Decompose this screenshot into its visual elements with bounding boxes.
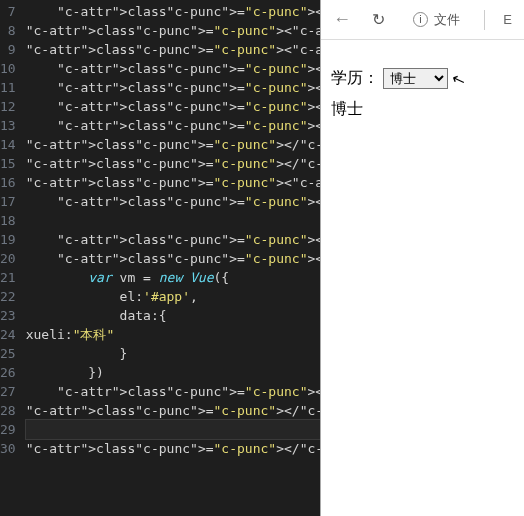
education-row: 学历： 本科硕士博士博士后 ↖ — [331, 68, 514, 89]
code-line[interactable]: "c-attr">class"c-punc">="c-punc"><"c-att… — [26, 249, 320, 268]
code-line[interactable]: "c-attr">class"c-punc">="c-punc"><"c-att… — [26, 59, 320, 78]
line-number: 12 — [0, 97, 16, 116]
line-number: 13 — [0, 116, 16, 135]
code-line[interactable]: "c-attr">class"c-punc">="c-punc"></"c-at… — [26, 439, 320, 458]
code-line[interactable]: "c-attr">class"c-punc">="c-punc"></"c-at… — [26, 382, 320, 401]
education-label: 学历： — [331, 69, 379, 86]
code-line[interactable]: "c-attr">class"c-punc">="c-punc"><"c-att… — [26, 78, 320, 97]
line-number: 18 — [0, 211, 16, 230]
code-line[interactable]: "c-attr">class"c-punc">="c-punc"><"c-att… — [26, 116, 320, 135]
code-line[interactable]: "c-attr">class"c-punc">="c-punc"></"c-at… — [26, 192, 320, 211]
rendered-page: 学历： 本科硕士博士博士后 ↖ 博士 — [321, 40, 524, 148]
code-line[interactable]: el:'#app', — [26, 287, 320, 306]
code-line[interactable] — [26, 211, 320, 230]
info-icon: i — [413, 12, 428, 27]
code-line[interactable] — [26, 420, 320, 439]
line-number: 28 — [0, 401, 16, 420]
code-line[interactable]: "c-attr">class"c-punc">="c-punc"><"c-att… — [26, 2, 320, 21]
back-icon[interactable]: ← — [333, 11, 351, 29]
line-number: 14 — [0, 135, 16, 154]
address-label: 文件 — [434, 11, 460, 29]
toolbar-separator — [484, 10, 485, 30]
code-line[interactable]: "c-attr">class"c-punc">="c-punc"></"c-at… — [26, 135, 320, 154]
browser-preview: ← ↻ i 文件 E 学历： 本科硕士博士博士后 ↖ 博士 — [320, 0, 524, 516]
code-editor: 7 8 9 10 11 12 13 14 15 16 17 18 19 20 2… — [0, 0, 320, 516]
code-line[interactable]: "c-attr">class"c-punc">="c-punc"><"c-att… — [26, 40, 320, 59]
education-select[interactable]: 本科硕士博士博士后 — [383, 68, 448, 89]
code-line[interactable]: } — [26, 344, 320, 363]
line-number: 24 — [0, 325, 16, 344]
line-number: 30 — [0, 439, 16, 458]
code-line[interactable]: xueli:"本科" — [26, 325, 320, 344]
line-number: 16 — [0, 173, 16, 192]
line-gutter: 7 8 9 10 11 12 13 14 15 16 17 18 19 20 2… — [0, 0, 26, 516]
output-text: 博士 — [331, 99, 514, 120]
line-number: 15 — [0, 154, 16, 173]
reload-icon[interactable]: ↻ — [369, 11, 387, 29]
code-line[interactable]: "c-attr">class"c-punc">="c-punc"><"c-att… — [26, 21, 320, 40]
line-number: 9 — [0, 40, 16, 59]
line-number: 8 — [0, 21, 16, 40]
line-number: 23 — [0, 306, 16, 325]
mouse-cursor-icon: ↖ — [450, 68, 469, 90]
code-area[interactable]: 7 8 9 10 11 12 13 14 15 16 17 18 19 20 2… — [0, 0, 320, 516]
code-line[interactable]: data:{ — [26, 306, 320, 325]
toolbar-ext[interactable]: E — [503, 12, 512, 27]
address-area[interactable]: i 文件 — [413, 11, 460, 29]
code-line[interactable]: "c-attr">class"c-punc">="c-punc"><"c-att… — [26, 173, 320, 192]
line-number: 26 — [0, 363, 16, 382]
line-number: 27 — [0, 382, 16, 401]
line-number: 11 — [0, 78, 16, 97]
line-number: 29 — [0, 420, 16, 439]
code-line[interactable]: "c-attr">class"c-punc">="c-punc"></"c-at… — [26, 154, 320, 173]
code-line[interactable]: var vm = new Vue({ — [26, 268, 320, 287]
code-line[interactable]: "c-attr">class"c-punc">="c-punc"></"c-at… — [26, 401, 320, 420]
line-number: 10 — [0, 59, 16, 78]
code-line[interactable]: }) — [26, 363, 320, 382]
line-number: 21 — [0, 268, 16, 287]
line-number: 17 — [0, 192, 16, 211]
line-number: 25 — [0, 344, 16, 363]
browser-toolbar: ← ↻ i 文件 E — [321, 0, 524, 40]
line-number: 7 — [0, 2, 16, 21]
code-content[interactable]: "c-attr">class"c-punc">="c-punc"><"c-att… — [26, 0, 320, 516]
line-number: 19 — [0, 230, 16, 249]
code-line[interactable]: "c-attr">class"c-punc">="c-punc"><"c-att… — [26, 97, 320, 116]
line-number: 22 — [0, 287, 16, 306]
code-line[interactable]: "c-attr">class"c-punc">="c-punc"><"c-att… — [26, 230, 320, 249]
line-number: 20 — [0, 249, 16, 268]
